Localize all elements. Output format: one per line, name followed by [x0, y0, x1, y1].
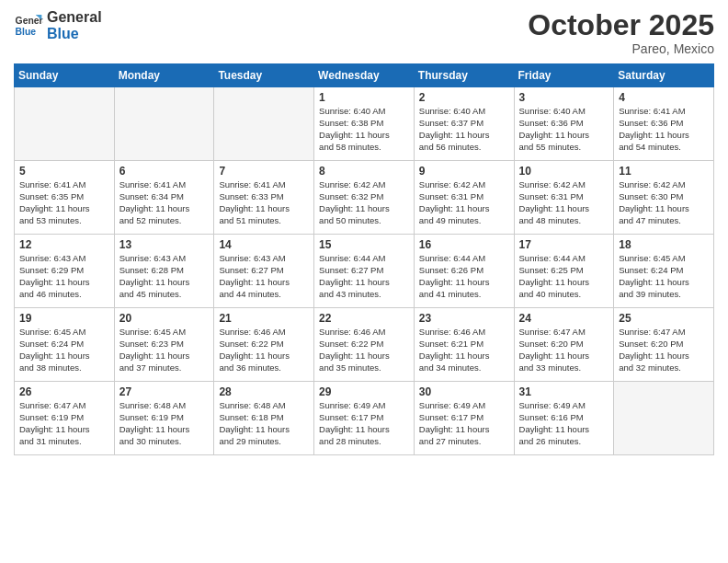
day-cell: 7Sunrise: 6:41 AM Sunset: 6:33 PM Daylig…: [214, 161, 314, 235]
day-info: Sunrise: 6:42 AM Sunset: 6:30 PM Dayligh…: [619, 179, 709, 226]
day-cell: 6Sunrise: 6:41 AM Sunset: 6:34 PM Daylig…: [114, 161, 214, 235]
day-info: Sunrise: 6:42 AM Sunset: 6:31 PM Dayligh…: [519, 179, 609, 226]
day-number: 17: [519, 238, 609, 251]
day-number: 10: [519, 165, 609, 178]
day-number: 8: [319, 165, 409, 178]
day-cell: [15, 87, 115, 161]
day-cell: 24Sunrise: 6:47 AM Sunset: 6:20 PM Dayli…: [514, 308, 614, 382]
day-info: Sunrise: 6:47 AM Sunset: 6:19 PM Dayligh…: [19, 400, 109, 447]
day-cell: 2Sunrise: 6:40 AM Sunset: 6:37 PM Daylig…: [414, 87, 514, 161]
day-number: 29: [319, 385, 409, 398]
day-number: 1: [319, 91, 409, 104]
day-number: 7: [219, 165, 309, 178]
logo: General Blue General Blue: [14, 9, 102, 41]
weekday-header-monday: Monday: [114, 64, 214, 87]
day-info: Sunrise: 6:47 AM Sunset: 6:20 PM Dayligh…: [519, 327, 609, 373]
week-row-3: 12Sunrise: 6:43 AM Sunset: 6:29 PM Dayli…: [15, 235, 714, 308]
day-cell: 23Sunrise: 6:46 AM Sunset: 6:21 PM Dayli…: [414, 308, 514, 382]
day-number: 9: [419, 165, 509, 178]
day-cell: 12Sunrise: 6:43 AM Sunset: 6:29 PM Dayli…: [15, 235, 115, 308]
day-info: Sunrise: 6:45 AM Sunset: 6:24 PM Dayligh…: [19, 327, 109, 373]
weekday-header-thursday: Thursday: [414, 64, 514, 87]
day-cell: 11Sunrise: 6:42 AM Sunset: 6:30 PM Dayli…: [614, 161, 714, 235]
day-number: 31: [519, 385, 609, 398]
day-number: 14: [219, 238, 309, 251]
day-cell: 29Sunrise: 6:49 AM Sunset: 6:17 PM Dayli…: [314, 382, 415, 455]
day-cell: 20Sunrise: 6:45 AM Sunset: 6:23 PM Dayli…: [114, 308, 214, 382]
day-info: Sunrise: 6:45 AM Sunset: 6:23 PM Dayligh…: [119, 327, 210, 373]
day-info: Sunrise: 6:41 AM Sunset: 6:34 PM Dayligh…: [119, 179, 210, 226]
day-info: Sunrise: 6:47 AM Sunset: 6:20 PM Dayligh…: [619, 327, 709, 373]
day-info: Sunrise: 6:42 AM Sunset: 6:31 PM Dayligh…: [419, 179, 509, 226]
day-info: Sunrise: 6:49 AM Sunset: 6:16 PM Dayligh…: [519, 400, 609, 447]
day-cell: 18Sunrise: 6:45 AM Sunset: 6:24 PM Dayli…: [614, 235, 714, 308]
day-info: Sunrise: 6:49 AM Sunset: 6:17 PM Dayligh…: [419, 400, 509, 447]
day-cell: 31Sunrise: 6:49 AM Sunset: 6:16 PM Dayli…: [514, 382, 614, 455]
svg-text:Blue: Blue: [16, 26, 37, 36]
day-cell: 10Sunrise: 6:42 AM Sunset: 6:31 PM Dayli…: [514, 161, 614, 235]
day-number: 18: [619, 238, 709, 251]
day-cell: 22Sunrise: 6:46 AM Sunset: 6:22 PM Dayli…: [314, 308, 415, 382]
location: Pareo, Mexico: [528, 41, 714, 56]
logo-icon: General Blue: [14, 11, 43, 40]
day-cell: 5Sunrise: 6:41 AM Sunset: 6:35 PM Daylig…: [15, 161, 115, 235]
week-row-5: 26Sunrise: 6:47 AM Sunset: 6:19 PM Dayli…: [15, 382, 714, 455]
title-block: October 2025 Pareo, Mexico: [528, 9, 714, 56]
day-number: 4: [619, 91, 709, 104]
day-number: 26: [19, 385, 109, 398]
day-info: Sunrise: 6:40 AM Sunset: 6:37 PM Dayligh…: [419, 106, 509, 153]
day-number: 27: [119, 385, 210, 398]
week-row-4: 19Sunrise: 6:45 AM Sunset: 6:24 PM Dayli…: [15, 308, 714, 382]
day-cell: 30Sunrise: 6:49 AM Sunset: 6:17 PM Dayli…: [414, 382, 514, 455]
day-info: Sunrise: 6:46 AM Sunset: 6:22 PM Dayligh…: [219, 327, 309, 373]
day-info: Sunrise: 6:49 AM Sunset: 6:17 PM Dayligh…: [319, 400, 409, 447]
day-info: Sunrise: 6:41 AM Sunset: 6:33 PM Dayligh…: [219, 179, 309, 226]
logo-blue-text: Blue: [47, 26, 102, 42]
day-number: 19: [19, 312, 109, 325]
day-number: 2: [419, 91, 509, 104]
day-cell: 17Sunrise: 6:44 AM Sunset: 6:25 PM Dayli…: [514, 235, 614, 308]
day-info: Sunrise: 6:44 AM Sunset: 6:26 PM Dayligh…: [419, 253, 509, 300]
day-info: Sunrise: 6:48 AM Sunset: 6:19 PM Dayligh…: [119, 400, 210, 447]
week-row-1: 1Sunrise: 6:40 AM Sunset: 6:38 PM Daylig…: [15, 87, 714, 161]
day-number: 24: [519, 312, 609, 325]
day-info: Sunrise: 6:40 AM Sunset: 6:36 PM Dayligh…: [519, 106, 609, 153]
day-info: Sunrise: 6:41 AM Sunset: 6:36 PM Dayligh…: [619, 106, 709, 153]
day-info: Sunrise: 6:45 AM Sunset: 6:24 PM Dayligh…: [619, 253, 709, 300]
day-number: 13: [119, 238, 210, 251]
day-info: Sunrise: 6:42 AM Sunset: 6:32 PM Dayligh…: [319, 179, 409, 226]
weekday-header-friday: Friday: [514, 64, 614, 87]
day-number: 22: [319, 312, 409, 325]
day-cell: 9Sunrise: 6:42 AM Sunset: 6:31 PM Daylig…: [414, 161, 514, 235]
day-cell: 1Sunrise: 6:40 AM Sunset: 6:38 PM Daylig…: [314, 87, 415, 161]
day-info: Sunrise: 6:43 AM Sunset: 6:29 PM Dayligh…: [19, 253, 109, 300]
day-cell: 16Sunrise: 6:44 AM Sunset: 6:26 PM Dayli…: [414, 235, 514, 308]
day-cell: 13Sunrise: 6:43 AM Sunset: 6:28 PM Dayli…: [114, 235, 214, 308]
day-number: 23: [419, 312, 509, 325]
calendar: SundayMondayTuesdayWednesdayThursdayFrid…: [14, 63, 714, 455]
day-number: 21: [219, 312, 309, 325]
day-cell: 3Sunrise: 6:40 AM Sunset: 6:36 PM Daylig…: [514, 87, 614, 161]
day-info: Sunrise: 6:44 AM Sunset: 6:25 PM Dayligh…: [519, 253, 609, 300]
page: General Blue General Blue October 2025 P…: [0, 0, 728, 563]
day-cell: 21Sunrise: 6:46 AM Sunset: 6:22 PM Dayli…: [214, 308, 314, 382]
weekday-header-row: SundayMondayTuesdayWednesdayThursdayFrid…: [15, 64, 714, 87]
day-number: 3: [519, 91, 609, 104]
day-number: 11: [619, 165, 709, 178]
day-number: 6: [119, 165, 210, 178]
month-title: October 2025: [528, 9, 714, 41]
day-number: 28: [219, 385, 309, 398]
day-number: 20: [119, 312, 210, 325]
day-info: Sunrise: 6:41 AM Sunset: 6:35 PM Dayligh…: [19, 179, 109, 226]
day-number: 12: [19, 238, 109, 251]
day-cell: 27Sunrise: 6:48 AM Sunset: 6:19 PM Dayli…: [114, 382, 214, 455]
svg-text:General: General: [16, 16, 43, 26]
day-cell: 28Sunrise: 6:48 AM Sunset: 6:18 PM Dayli…: [214, 382, 314, 455]
day-number: 15: [319, 238, 409, 251]
day-cell: 8Sunrise: 6:42 AM Sunset: 6:32 PM Daylig…: [314, 161, 415, 235]
week-row-2: 5Sunrise: 6:41 AM Sunset: 6:35 PM Daylig…: [15, 161, 714, 235]
header: General Blue General Blue October 2025 P…: [14, 9, 714, 56]
day-info: Sunrise: 6:43 AM Sunset: 6:27 PM Dayligh…: [219, 253, 309, 300]
day-info: Sunrise: 6:40 AM Sunset: 6:38 PM Dayligh…: [319, 106, 409, 153]
day-number: 30: [419, 385, 509, 398]
